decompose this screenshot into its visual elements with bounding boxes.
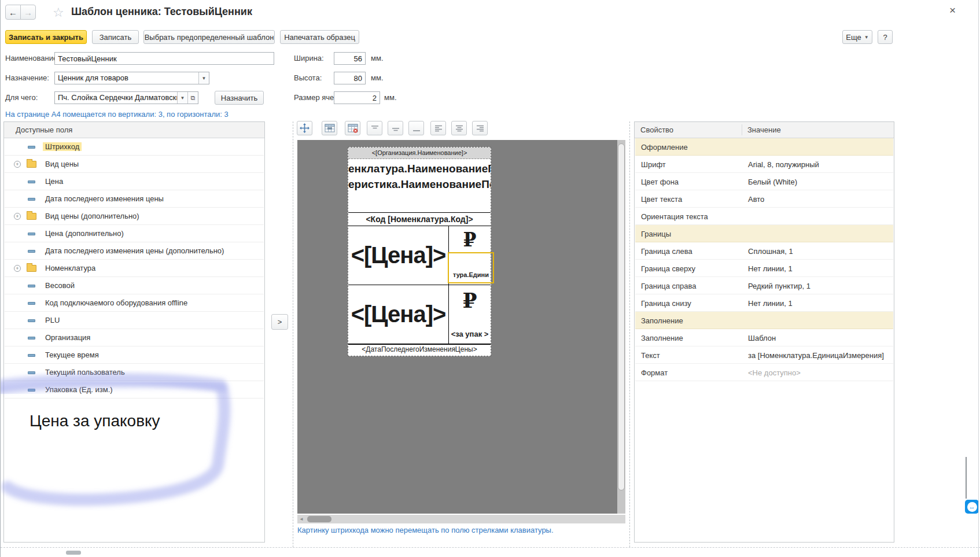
cell-size-input[interactable] bbox=[334, 91, 380, 104]
property-value[interactable]: Нет линии, 1 bbox=[748, 264, 793, 273]
tree-item-price-change-date[interactable]: Дата последнего изменения цены bbox=[5, 190, 264, 208]
template-organization-cell[interactable]: <[Организация.Наименование]> bbox=[348, 147, 491, 159]
favorite-star-icon[interactable]: ☆ bbox=[53, 6, 64, 19]
field-icon bbox=[28, 285, 35, 287]
save-button[interactable]: Записать bbox=[92, 30, 139, 44]
property-section-fill[interactable]: Заполнение bbox=[635, 312, 893, 329]
align-center-button[interactable] bbox=[451, 121, 467, 135]
property-value[interactable]: Редкий пунктир, 1 bbox=[748, 282, 810, 290]
canvas-horizontal-scrollbar[interactable]: ◄ bbox=[297, 515, 625, 523]
select-predefined-template-button[interactable]: Выбрать предопределенный шаблон bbox=[143, 30, 275, 44]
tree-item-price-kind-additional[interactable]: + Вид цены (дополнительно) bbox=[5, 208, 264, 225]
template-price-cell-1[interactable]: <[Цена]> bbox=[348, 226, 449, 285]
bottom-scrollbar-thumb[interactable] bbox=[66, 551, 81, 555]
height-input[interactable] bbox=[334, 72, 366, 84]
property-name: Ориентация текста bbox=[641, 212, 708, 221]
align-left-button[interactable] bbox=[430, 121, 446, 135]
move-barcode-button[interactable] bbox=[297, 121, 312, 135]
property-row-text[interactable]: Текст за [Номенклатура.ЕдиницаИзмерения] bbox=[635, 346, 893, 364]
right-splitter[interactable] bbox=[629, 121, 630, 547]
align-right-icon bbox=[476, 124, 485, 133]
close-icon[interactable]: × bbox=[949, 5, 956, 16]
property-value[interactable]: Авто bbox=[748, 195, 764, 204]
add-field-to-template-button[interactable]: > bbox=[271, 314, 288, 330]
tree-item-current-time[interactable]: Текущее время bbox=[5, 346, 264, 364]
expand-icon[interactable]: + bbox=[14, 161, 21, 168]
page-fit-link[interactable]: На странице А4 помещается по вертикали: … bbox=[5, 110, 229, 119]
canvas-vertical-scrollbar[interactable] bbox=[617, 140, 625, 514]
tree-item-package-unit[interactable]: Упаковка (Ед. изм.) bbox=[5, 381, 264, 399]
property-section-appearance[interactable]: Оформление bbox=[635, 138, 893, 156]
vertical-scrollbar-thumb[interactable] bbox=[618, 143, 625, 490]
property-row-border-top[interactable]: Граница сверху Нет линии, 1 bbox=[635, 260, 893, 277]
save-and-close-button[interactable]: Записать и закрыть bbox=[5, 30, 87, 44]
property-value[interactable]: Шаблон bbox=[748, 334, 776, 342]
forward-button[interactable]: → bbox=[20, 5, 36, 20]
tree-item-barcode[interactable]: Штрихкод bbox=[5, 138, 264, 156]
property-row-border-left[interactable]: Граница слева Сплошная, 1 bbox=[635, 242, 893, 260]
merge-cells-button[interactable] bbox=[322, 121, 337, 135]
property-row-border-bottom[interactable]: Граница снизу Нет линии, 1 bbox=[635, 294, 893, 312]
property-value[interactable]: Нет линии, 1 bbox=[748, 299, 793, 308]
property-row-format[interactable]: Формат <Не доступно> bbox=[635, 364, 893, 381]
tree-item-weighted[interactable]: Весовой bbox=[5, 277, 264, 294]
tree-item-price-kind[interactable]: + Вид цены bbox=[5, 156, 264, 173]
for-what-select[interactable]: Пч. Слойка Сердечки Далматовские 2,3 ▼ ⧉ bbox=[54, 91, 198, 104]
expand-icon[interactable]: + bbox=[14, 265, 21, 272]
align-right-button[interactable] bbox=[472, 121, 488, 135]
print-sample-button[interactable]: Напечатать образец bbox=[280, 30, 359, 44]
horizontal-scrollbar-thumb[interactable] bbox=[307, 516, 331, 522]
help-button[interactable]: ? bbox=[878, 30, 893, 44]
tree-item-nomenclature[interactable]: + Номенклатура bbox=[5, 260, 264, 277]
tree-item-plu[interactable]: PLU bbox=[5, 312, 264, 329]
price-tag-template[interactable]: <[Организация.Наименование]> енклатура.Н… bbox=[348, 147, 491, 356]
width-units: мм. bbox=[371, 52, 384, 65]
selected-unit-cell[interactable]: тура.Едини bbox=[448, 252, 494, 283]
back-button[interactable]: ← bbox=[5, 5, 21, 20]
more-button[interactable]: Еще ▼ bbox=[842, 30, 872, 44]
expand-icon[interactable]: + bbox=[14, 213, 21, 220]
tree-item-price-change-date-additional[interactable]: Дата последнего изменения цены (дополнит… bbox=[5, 242, 264, 260]
property-value[interactable]: Arial, 8, полужирный bbox=[748, 160, 819, 169]
property-row-text-color[interactable]: Цвет текста Авто bbox=[635, 190, 893, 208]
purpose-select[interactable]: Ценник для товаров ▼ bbox=[54, 72, 209, 84]
property-row-font[interactable]: Шрифт Arial, 8, полужирный bbox=[635, 156, 893, 173]
left-splitter[interactable] bbox=[293, 121, 293, 547]
tree-item-current-user[interactable]: Текущий пользователь bbox=[5, 364, 264, 381]
property-value[interactable]: Сплошная, 1 bbox=[748, 247, 793, 256]
align-middle-button[interactable] bbox=[388, 121, 403, 135]
tree-item-offline-equipment-code[interactable]: Код подключаемого оборудования offline bbox=[5, 294, 264, 312]
align-top-button[interactable] bbox=[367, 121, 382, 135]
open-item-icon[interactable]: ⧉ bbox=[187, 92, 198, 104]
property-row-text-orientation[interactable]: Ориентация текста bbox=[635, 208, 893, 225]
name-input[interactable] bbox=[54, 52, 274, 65]
unmerge-cells-button[interactable] bbox=[345, 121, 360, 135]
scroll-left-icon[interactable]: ◄ bbox=[297, 515, 305, 523]
property-value[interactable]: <Не доступно> bbox=[748, 368, 801, 377]
property-row-fill[interactable]: Заполнение Шаблон bbox=[635, 329, 893, 346]
chevron-down-icon[interactable]: ▼ bbox=[177, 92, 187, 104]
property-row-background-color[interactable]: Цвет фона Белый (White) bbox=[635, 173, 893, 190]
template-nomenclature-line2: еристика.НаименованиеПо bbox=[348, 176, 491, 192]
chevron-down-icon[interactable]: ▼ bbox=[198, 72, 209, 84]
designer-canvas[interactable]: <[Организация.Наименование]> енклатура.Н… bbox=[297, 140, 625, 514]
property-value[interactable]: за [Номенклатура.ЕдиницаИзмерения] bbox=[748, 351, 884, 360]
template-date-cell[interactable]: <ДатаПоследнегоИзмененияЦены> bbox=[348, 344, 491, 355]
tree-item-price[interactable]: Цена bbox=[5, 173, 264, 190]
column-divider[interactable] bbox=[742, 124, 742, 135]
assign-button[interactable]: Назначить bbox=[215, 91, 264, 105]
width-input[interactable] bbox=[334, 52, 366, 65]
template-code-cell[interactable]: <Код [Номенклатура.Код]> bbox=[348, 212, 491, 226]
property-section-borders[interactable]: Границы bbox=[635, 225, 893, 242]
property-row-border-right[interactable]: Граница справа Редкий пунктир, 1 bbox=[635, 277, 893, 294]
template-price-cell-2[interactable]: <[Цена]> bbox=[348, 285, 449, 344]
template-price-row-2[interactable]: <[Цена]> ₽ <за упак > bbox=[348, 285, 491, 344]
folder-icon bbox=[27, 265, 36, 272]
align-bottom-button[interactable] bbox=[408, 121, 424, 135]
template-nomenclature-cell[interactable]: енклатура.НаименованиеП еристика.Наимено… bbox=[348, 159, 491, 212]
tree-item-price-additional[interactable]: Цена (дополнительно) bbox=[5, 225, 264, 242]
remote-control-icon[interactable]: ↔ bbox=[965, 500, 979, 514]
tree-item-organization[interactable]: Организация bbox=[5, 329, 264, 346]
property-value[interactable]: Белый (White) bbox=[748, 178, 797, 186]
template-currency-cell-2[interactable]: ₽ <за упак > bbox=[449, 285, 491, 344]
